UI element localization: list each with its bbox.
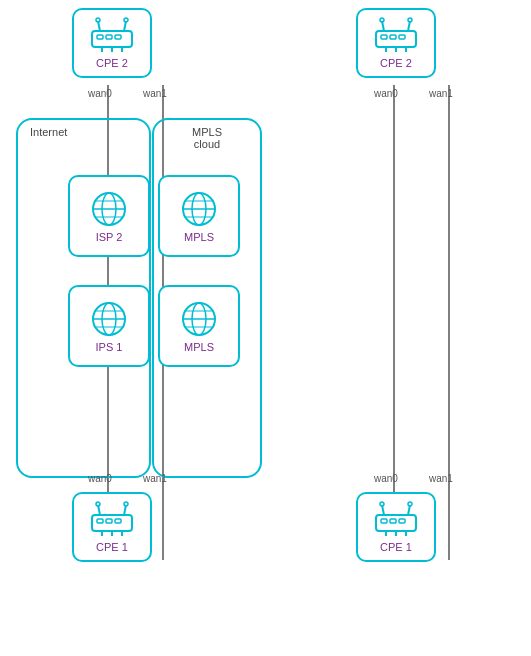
left-cpe1-node: CPE 1	[72, 492, 152, 562]
mpls2-label: MPLS	[184, 341, 214, 353]
right-cpe2-wan1-label: wan1	[429, 88, 453, 99]
right-cpe1-wan0-label: wan0	[374, 473, 398, 484]
mpls1-node: MPLS	[158, 175, 240, 257]
left-cpe2-wan0-label: wan0	[88, 88, 112, 99]
left-cpe2-node: CPE 2	[72, 8, 152, 78]
svg-point-58	[380, 18, 384, 22]
svg-rect-72	[381, 519, 387, 523]
svg-rect-63	[399, 35, 405, 39]
network-diagram: CPE 2 wan0 wan1 Internet MPLScloud ISP 2	[0, 0, 531, 656]
svg-point-69	[380, 502, 384, 506]
svg-point-18	[124, 18, 128, 22]
svg-rect-21	[115, 35, 121, 39]
left-cpe2-wan1-label: wan1	[143, 88, 167, 99]
svg-rect-19	[97, 35, 103, 39]
isp2-node: ISP 2	[68, 175, 150, 257]
right-cpe1-wan1-label: wan1	[429, 473, 453, 484]
left-cpe1-wan1-label: wan1	[143, 473, 167, 484]
svg-rect-50	[97, 519, 103, 523]
cpe-icon-3	[374, 17, 418, 53]
svg-point-60	[408, 18, 412, 22]
isp2-label: ISP 2	[96, 231, 123, 243]
internet-cloud-label: Internet	[30, 126, 67, 138]
svg-point-16	[96, 18, 100, 22]
left-cpe2-label: CPE 2	[96, 57, 128, 69]
svg-rect-61	[381, 35, 387, 39]
mpls1-label: MPLS	[184, 231, 214, 243]
svg-rect-52	[115, 519, 121, 523]
svg-rect-73	[390, 519, 396, 523]
globe-icon-3	[179, 189, 219, 229]
left-cpe1-wan0-label: wan0	[88, 473, 112, 484]
svg-rect-20	[106, 35, 112, 39]
cpe-icon-2	[90, 501, 134, 537]
left-cpe1-label: CPE 1	[96, 541, 128, 553]
right-cpe2-wan0-label: wan0	[374, 88, 398, 99]
svg-point-47	[96, 502, 100, 506]
svg-rect-74	[399, 519, 405, 523]
right-cpe1-node: CPE 1	[356, 492, 436, 562]
cpe-icon	[90, 17, 134, 53]
mpls-cloud-label: MPLScloud	[154, 126, 260, 150]
globe-icon-2	[89, 299, 129, 339]
right-cpe2-label: CPE 2	[380, 57, 412, 69]
mpls2-node: MPLS	[158, 285, 240, 367]
ips1-label: IPS 1	[96, 341, 123, 353]
svg-rect-62	[390, 35, 396, 39]
right-cpe2-node: CPE 2	[356, 8, 436, 78]
cpe-icon-4	[374, 501, 418, 537]
svg-rect-51	[106, 519, 112, 523]
globe-icon	[89, 189, 129, 229]
ips1-node: IPS 1	[68, 285, 150, 367]
globe-icon-4	[179, 299, 219, 339]
svg-point-71	[408, 502, 412, 506]
right-cpe1-label: CPE 1	[380, 541, 412, 553]
svg-point-49	[124, 502, 128, 506]
